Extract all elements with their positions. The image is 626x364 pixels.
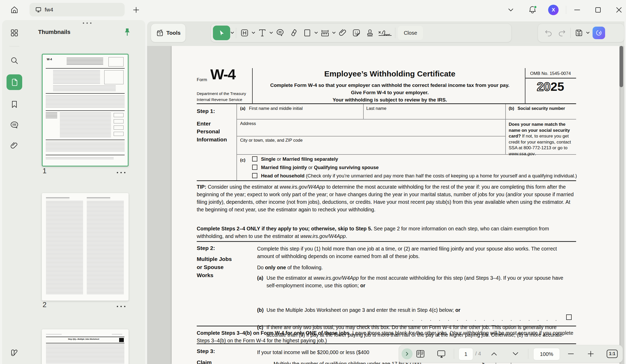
presentation-icon bbox=[437, 349, 446, 358]
actual-size-button[interactable]: 1:1 bbox=[604, 345, 620, 362]
step3-sublabel: Claim bbox=[197, 359, 212, 364]
sidebar-item-swatches[interactable] bbox=[7, 345, 22, 360]
step2c-checkbox[interactable] bbox=[566, 314, 572, 320]
page-number-input[interactable]: 1 bbox=[459, 348, 473, 360]
thumbnail-black-box bbox=[119, 338, 124, 342]
thumbnail-preview-lines bbox=[46, 197, 69, 199]
highlight-tool-button[interactable] bbox=[287, 26, 300, 40]
tab-fw4[interactable]: fw4 bbox=[30, 3, 125, 16]
toolbar-divider bbox=[570, 28, 571, 38]
measure-tool-button[interactable] bbox=[318, 26, 332, 40]
page-2-more-button[interactable] bbox=[117, 306, 125, 307]
text-tool-button[interactable] bbox=[256, 26, 269, 40]
next-page-button[interactable] bbox=[510, 345, 521, 362]
avatar[interactable]: X bbox=[548, 5, 559, 15]
vertical-scrollbar[interactable] bbox=[619, 46, 623, 87]
thumbnail-page-2[interactable] bbox=[42, 193, 129, 301]
tools-label: Tools bbox=[166, 30, 181, 36]
sidebar-item-comments[interactable] bbox=[7, 118, 22, 132]
form-subtitle-2: Give Form W-4 to your employer. bbox=[255, 90, 524, 96]
thumbnail-preview-lines bbox=[112, 334, 122, 335]
shape-tool-dropdown[interactable] bbox=[314, 26, 318, 40]
address-field-label[interactable]: Address bbox=[240, 121, 256, 126]
panel-drag-handle[interactable] bbox=[83, 22, 91, 24]
undo-button[interactable] bbox=[542, 26, 555, 40]
header-tool-dropdown[interactable] bbox=[251, 26, 256, 40]
maximize-button[interactable] bbox=[595, 7, 601, 13]
zoom-out-button[interactable] bbox=[565, 345, 577, 362]
select-tool-dropdown[interactable] bbox=[230, 26, 234, 40]
save-dropdown[interactable] bbox=[586, 26, 590, 40]
table-border bbox=[505, 104, 506, 154]
pin-icon bbox=[123, 27, 132, 37]
minimize-button[interactable] bbox=[574, 7, 581, 13]
save-button[interactable] bbox=[572, 26, 586, 40]
presentation-mode-button[interactable] bbox=[435, 345, 448, 362]
thumbnail-preview-lines bbox=[46, 201, 83, 295]
form-header-divider bbox=[252, 68, 253, 103]
sidebar-item-thumbnails[interactable] bbox=[7, 74, 22, 90]
pdf-page[interactable]: Form W-4 Employee’s Withholding Certific… bbox=[172, 46, 619, 364]
text-tool-dropdown[interactable] bbox=[269, 26, 273, 40]
sidebar-item-bookmarks[interactable] bbox=[7, 97, 22, 112]
sidebar-item-attachments[interactable] bbox=[7, 138, 22, 153]
rail-divider bbox=[9, 46, 19, 46]
two-page-view-icon bbox=[416, 349, 425, 358]
close-window-button[interactable] bbox=[616, 7, 622, 13]
dotted-leader: ................. bbox=[412, 316, 564, 322]
redo-button[interactable] bbox=[555, 26, 569, 40]
header-tool-button[interactable] bbox=[238, 26, 251, 40]
previous-page-button[interactable] bbox=[488, 345, 500, 362]
sidebar-item-search[interactable] bbox=[7, 53, 22, 68]
ssa-period: . bbox=[535, 151, 536, 156]
select-tool-button[interactable] bbox=[213, 26, 230, 40]
form-subtitle-3: Your withholding is subject to review by… bbox=[255, 97, 524, 103]
thumbnail-page-1[interactable]: W-4 bbox=[42, 54, 129, 166]
thumbnail-rule bbox=[46, 343, 124, 343]
notifications-button[interactable] bbox=[527, 5, 538, 15]
filing-head-household-checkbox[interactable] bbox=[252, 173, 257, 178]
ruler-icon bbox=[320, 28, 330, 37]
measure-tool-dropdown[interactable] bbox=[332, 26, 336, 40]
signature-tool-button[interactable] bbox=[377, 26, 393, 40]
step2-sublabel: Multiple Jobs bbox=[197, 256, 232, 262]
comment-tool-button[interactable] bbox=[273, 26, 287, 40]
ssn-field-label[interactable]: Social security number bbox=[518, 106, 565, 111]
page-1-more-button[interactable] bbox=[117, 172, 125, 173]
swatches-icon bbox=[10, 348, 19, 357]
collapse-bar-button[interactable] bbox=[401, 345, 413, 362]
thumbnail-rule bbox=[46, 155, 125, 155]
ai-assistant-button[interactable] bbox=[593, 27, 605, 39]
page-number-value: 1 bbox=[464, 351, 467, 357]
filing-single-checkbox[interactable] bbox=[252, 156, 257, 162]
paperclip-icon bbox=[338, 28, 347, 37]
thumbnail-page-3[interactable]: Step 2(b)—Multiple Jobs Worksheet bbox=[42, 329, 129, 364]
shape-tool-button[interactable] bbox=[300, 26, 314, 40]
attach-tool-button[interactable] bbox=[336, 26, 350, 40]
thumbnail-rule bbox=[46, 93, 125, 94]
ai-icon bbox=[595, 29, 603, 37]
pin-panel-button[interactable] bbox=[123, 27, 132, 37]
filing-option-2: Married filing jointly or Qualifying sur… bbox=[261, 165, 379, 170]
filing-married-jointly-checkbox[interactable] bbox=[252, 165, 257, 170]
last-name-field-label[interactable]: Last name bbox=[366, 106, 386, 111]
document-viewport[interactable]: Form W-4 Employee’s Withholding Certific… bbox=[147, 46, 624, 364]
stamp-tool-button[interactable] bbox=[363, 26, 377, 40]
page-layout-button[interactable] bbox=[414, 345, 427, 362]
steps-3-4-note: Complete Steps 3–4(b) on Form W-4 for on… bbox=[197, 329, 577, 344]
sticker-tool-button[interactable] bbox=[350, 26, 363, 40]
new-tab-button[interactable] bbox=[132, 6, 140, 14]
highlighter-icon bbox=[289, 28, 298, 37]
tools-button[interactable]: Tools bbox=[151, 23, 186, 42]
zoom-level-input[interactable]: 100% bbox=[533, 348, 560, 360]
step2-label: Step 2: bbox=[197, 245, 215, 251]
thumbnail-preview-box bbox=[114, 119, 124, 123]
first-name-field-label[interactable]: First name and middle initial bbox=[249, 106, 303, 111]
close-editing-button[interactable]: Close bbox=[398, 26, 423, 40]
minimize-icon bbox=[574, 7, 581, 13]
zoom-in-button[interactable] bbox=[585, 345, 596, 362]
window-menu-button[interactable] bbox=[507, 7, 514, 13]
city-field-label[interactable]: City or town, state, and ZIP code bbox=[240, 138, 303, 143]
home-button[interactable] bbox=[10, 5, 19, 14]
sidebar-item-apps[interactable] bbox=[7, 26, 22, 40]
